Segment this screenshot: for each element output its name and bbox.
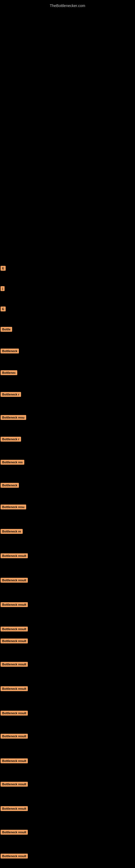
bottleneck-label: Bottleneck resu	[1, 415, 26, 420]
bottleneck-result-item: Bottleneck result	[1, 553, 28, 559]
bottleneck-label: Bottleneck res	[1, 460, 24, 465]
bottleneck-result-item: Bottleneck result	[1, 711, 28, 717]
bottleneck-result-item: Bottleneck result	[1, 734, 28, 740]
bottleneck-label: Bottleneck resu	[1, 504, 26, 509]
bottleneck-result-item: Bottleneck result	[1, 806, 28, 812]
bottleneck-result-item: Bottleneck	[1, 348, 19, 354]
bottleneck-label: Bottleneck result	[1, 602, 28, 607]
bottleneck-result-item: Bottleneck r	[1, 392, 21, 398]
bottleneck-label: E	[1, 307, 6, 311]
bottleneck-label: Bottleneck r	[1, 392, 21, 397]
bottleneck-result-item: Bottleneck result	[1, 830, 28, 836]
bottleneck-result-item: Bottleneck result	[1, 782, 28, 788]
bottleneck-label: E	[1, 266, 6, 271]
bottleneck-result-item: Bottleneck result	[1, 602, 28, 608]
bottleneck-label: Bottleneck re	[1, 529, 23, 534]
bottleneck-label: Bottleneck result	[1, 758, 28, 763]
bottleneck-result-item: Bottleneck res	[1, 460, 24, 466]
bottleneck-result-item: Bottleneck r	[1, 437, 21, 443]
bottleneck-label: Bottleneck result	[1, 830, 28, 835]
site-title: TheBottlenecker.com	[0, 1, 135, 10]
bottleneck-result-item: Bottleneck result	[1, 627, 28, 632]
bottleneck-label: Bottleneck result	[1, 711, 28, 716]
bottleneck-result-item: Bottle	[1, 327, 12, 333]
bottleneck-result-item: |	[1, 286, 5, 292]
bottleneck-label: Bottleneck result	[1, 578, 28, 583]
bottleneck-label: Bottle	[1, 327, 12, 332]
bottleneck-label: Bottleneck result	[1, 553, 28, 558]
bottleneck-label: Bottleneck	[1, 483, 19, 488]
bottleneck-label: Bottlenec	[1, 370, 17, 375]
bottleneck-result-item: Bottleneck result	[1, 686, 28, 692]
bottleneck-label: Bottleneck result	[1, 782, 28, 786]
bottleneck-result-item: Bottleneck result	[1, 854, 28, 860]
bottleneck-label: Bottleneck result	[1, 639, 28, 643]
bottleneck-label: Bottleneck result	[1, 686, 28, 691]
bottleneck-label: Bottleneck r	[1, 437, 21, 442]
bottleneck-result-item: Bottleneck resu	[1, 504, 26, 510]
bottleneck-result-item: Bottleneck result	[1, 639, 28, 645]
bottleneck-label: Bottleneck result	[1, 627, 28, 631]
bottleneck-label: |	[1, 286, 5, 291]
bottleneck-result-item: Bottleneck re	[1, 529, 23, 535]
bottleneck-result-item: Bottleneck result	[1, 578, 28, 584]
bottleneck-result-item: Bottleneck	[1, 483, 19, 489]
bottleneck-label: Bottleneck result	[1, 854, 28, 859]
bottleneck-result-item: Bottleneck result	[1, 662, 28, 668]
bottleneck-result-item: E	[1, 307, 6, 312]
bottleneck-result-item: E	[1, 266, 6, 272]
bottleneck-label: Bottleneck result	[1, 734, 28, 739]
bottleneck-result-item: Bottlenec	[1, 370, 17, 376]
bottleneck-result-item: Bottleneck resu	[1, 415, 26, 421]
bottleneck-result-item: Bottleneck result	[1, 758, 28, 764]
bottleneck-label: Bottleneck	[1, 348, 19, 353]
bottleneck-label: Bottleneck result	[1, 806, 28, 811]
bottleneck-label: Bottleneck result	[1, 662, 28, 667]
